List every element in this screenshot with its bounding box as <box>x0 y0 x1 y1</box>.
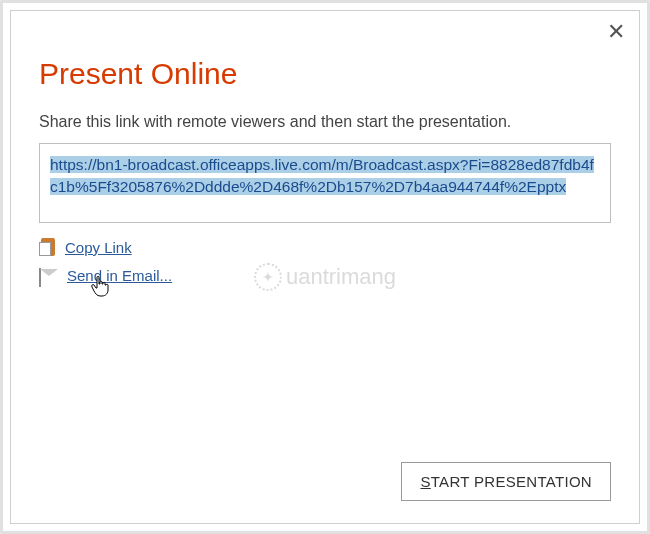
clipboard-icon <box>39 237 57 257</box>
instruction-text: Share this link with remote viewers and … <box>39 113 611 131</box>
copy-link-label: Copy Link <box>65 239 132 256</box>
close-icon[interactable]: ✕ <box>607 21 625 43</box>
url-text: https://bn1-broadcast.officeapps.live.co… <box>50 156 594 195</box>
email-icon <box>39 269 59 283</box>
copy-link-button[interactable]: Copy Link <box>39 237 611 257</box>
present-online-dialog: ✕ Present Online Share this link with re… <box>10 10 640 524</box>
start-button-rest: TART PRESENTATION <box>431 473 592 490</box>
start-presentation-button[interactable]: START PRESENTATION <box>401 462 611 501</box>
dialog-title: Present Online <box>39 57 611 91</box>
url-textbox[interactable]: https://bn1-broadcast.officeapps.live.co… <box>39 143 611 223</box>
send-email-label: Send in Email... <box>67 267 172 284</box>
actions-group: Copy Link Send in Email... <box>39 237 611 284</box>
send-email-button[interactable]: Send in Email... <box>39 267 611 284</box>
outer-frame: ✕ Present Online Share this link with re… <box>0 0 650 534</box>
start-button-mnemonic: S <box>420 473 430 490</box>
